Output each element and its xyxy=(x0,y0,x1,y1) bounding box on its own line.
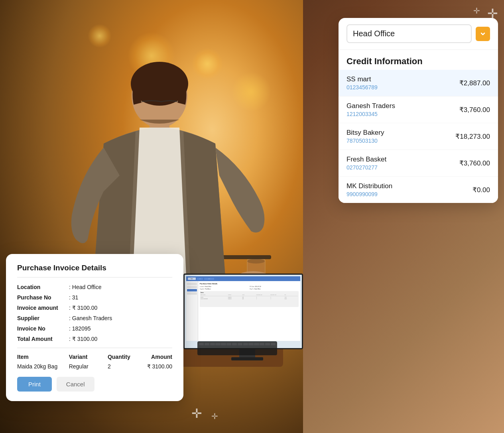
invoice-field-invoice-amount: Invoice amount : ₹ 3100.00 xyxy=(17,305,172,311)
svg-point-3 xyxy=(247,259,265,264)
invoice-actions: Print Cancel xyxy=(17,377,172,392)
invoice-field-purchase-no: Purchase No : 31 xyxy=(17,294,172,301)
credit-item-3[interactable]: Fresh Basket 0270270277 ₹3,760.00 xyxy=(339,150,498,177)
credit-item-1[interactable]: Ganesh Traders 1212003345 ₹3,760.00 xyxy=(339,96,498,123)
invoice-value-total-amount: : ₹ 3100.00 xyxy=(69,336,97,342)
credit-item-name-1: Ganesh Traders xyxy=(346,102,395,110)
col-header-variant: Variant xyxy=(69,354,108,360)
table-cell-quantity-0: 2 xyxy=(108,363,134,370)
invoice-panel-title: Purchase Invoice Details xyxy=(17,264,172,272)
credit-item-phone-3: 0270270277 xyxy=(346,164,386,171)
credit-item-amount-2: ₹18,273.00 xyxy=(455,132,490,141)
invoice-label-supplier: Supplier xyxy=(17,315,69,321)
credit-item-amount-4: ₹0.00 xyxy=(472,186,490,194)
invoice-label-invoice-no: Invoice No xyxy=(17,325,69,332)
invoice-value-invoice-amount: : ₹ 3100.00 xyxy=(69,305,97,311)
keyboard xyxy=(197,341,277,355)
credit-item-left-2: Bitsy Bakery 7870503130 xyxy=(346,129,384,144)
crosshair-bottom-center: ✛ xyxy=(191,406,202,421)
credit-item-amount-0: ₹2,887.00 xyxy=(459,79,490,87)
print-button[interactable]: Print xyxy=(17,377,52,392)
invoice-label-total-amount: Total Amount xyxy=(17,336,69,342)
credit-item-name-4: MK Distribution xyxy=(346,182,392,190)
credit-item-amount-3: ₹3,760.00 xyxy=(459,159,490,167)
col-header-quantity: Quantity xyxy=(108,354,134,360)
invoice-label-purchase-no: Purchase No xyxy=(17,294,69,301)
table-cell-amount-0: ₹ 3100.00 xyxy=(134,363,172,370)
credit-item-4[interactable]: MK Distribution 9900990099 ₹0.00 xyxy=(339,177,498,203)
credit-item-phone-4: 9900990099 xyxy=(346,191,392,197)
invoice-value-purchase-no: : 31 xyxy=(69,294,78,301)
invoice-value-invoice-no: : 182095 xyxy=(69,325,91,332)
invoice-value-supplier: : Ganesh Traders xyxy=(69,315,112,321)
credit-item-phone-0: 0123456789 xyxy=(346,84,378,91)
invoice-field-supplier: Supplier : Ganesh Traders xyxy=(17,315,172,321)
monitor-base xyxy=(231,357,263,360)
credit-item-left-3: Fresh Basket 0270270277 xyxy=(346,155,386,171)
location-select[interactable]: Head Office xyxy=(346,24,472,43)
dropdown-arrow-button[interactable] xyxy=(476,27,490,41)
table-cell-item-0: Maida 20kg Bag xyxy=(17,363,69,370)
invoice-table-header: Item Variant Quantity Amount xyxy=(17,354,172,360)
credit-item-left-4: MK Distribution 9900990099 xyxy=(346,182,392,197)
col-header-item: Item xyxy=(17,354,69,360)
credit-item-left-1: Ganesh Traders 1212003345 xyxy=(346,102,395,117)
credit-panel-header: Head Office xyxy=(339,18,498,50)
invoice-table-divider xyxy=(17,348,172,348)
credit-item-phone-1: 1212003345 xyxy=(346,111,395,117)
credit-item-name-2: Bitsy Bakery xyxy=(346,129,384,137)
invoice-table-row-0: Maida 20kg Bag Regular 2 ₹ 3100.00 xyxy=(17,363,172,370)
invoice-divider-top xyxy=(17,277,172,278)
credit-item-2[interactable]: Bitsy Bakery 7870503130 ₹18,273.00 xyxy=(339,123,498,150)
invoice-panel: Purchase Invoice Details Location : Head… xyxy=(6,254,183,401)
monitor-screen: logo nav menu Purchase Order Details Loc… xyxy=(183,274,303,349)
credit-item-name-3: Fresh Basket xyxy=(346,155,386,163)
location-select-text: Head Office xyxy=(353,29,465,38)
invoice-label-location: Location xyxy=(17,284,69,290)
crosshair-bottom-center2: ✛ xyxy=(211,411,218,421)
credit-item-0[interactable]: SS mart 0123456789 ₹2,887.00 xyxy=(339,70,498,96)
credit-item-name-0: SS mart xyxy=(346,75,378,83)
invoice-field-total-amount: Total Amount : ₹ 3100.00 xyxy=(17,336,172,342)
invoice-field-invoice-no: Invoice No : 182095 xyxy=(17,325,172,332)
table-cell-variant-0: Regular xyxy=(69,363,108,370)
credit-information-title: Credit Information xyxy=(339,50,498,70)
credit-panel: Head Office Credit Information SS mart 0… xyxy=(339,18,498,203)
invoice-value-location: : Head Office xyxy=(69,284,101,290)
col-header-amount: Amount xyxy=(134,354,172,360)
chevron-down-icon xyxy=(480,31,486,37)
credit-item-amount-1: ₹3,760.00 xyxy=(459,106,490,114)
credit-item-phone-2: 7870503130 xyxy=(346,138,384,144)
invoice-label-invoice-amount: Invoice amount xyxy=(17,305,69,311)
credit-item-left-0: SS mart 0123456789 xyxy=(346,75,378,91)
crosshair-mid-right: ✛ xyxy=(473,6,480,16)
invoice-field-location: Location : Head Office xyxy=(17,284,172,290)
cancel-button[interactable]: Cancel xyxy=(57,377,94,392)
